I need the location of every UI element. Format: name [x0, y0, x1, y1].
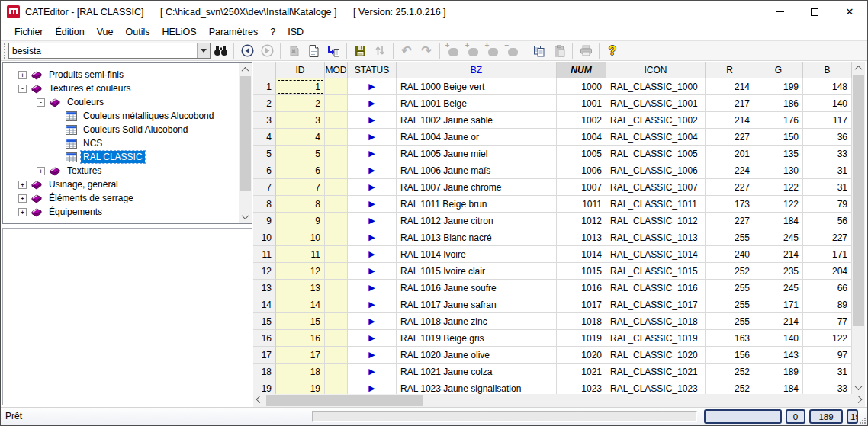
bz-cell[interactable]: RAL 1004 Jaune or: [397, 129, 557, 146]
expand-icon[interactable]: +: [18, 208, 27, 216]
b-cell[interactable]: 148: [803, 78, 852, 95]
b-cell[interactable]: 117: [803, 112, 852, 129]
g-cell[interactable]: 186: [754, 95, 803, 112]
b-cell[interactable]: 36: [803, 129, 852, 146]
bz-cell[interactable]: RAL 1012 Jaune citron: [397, 213, 557, 229]
tree-item-label[interactable]: Produits semi-finis: [47, 69, 126, 81]
r-cell[interactable]: 173: [706, 196, 754, 213]
tree-item-label[interactable]: Couleurs métalliques Alucobond: [81, 110, 216, 122]
icon-name-cell[interactable]: RAL_CLASSIC_1004: [606, 129, 706, 146]
status-cell[interactable]: ▶: [348, 146, 397, 162]
bz-cell[interactable]: RAL 1018 Jaune zinc: [397, 313, 557, 330]
tree-item-ral-classic[interactable]: RAL CLASSIC: [3, 150, 239, 164]
num-cell[interactable]: 1006: [557, 162, 606, 179]
column-header-id[interactable]: ID: [276, 62, 325, 78]
expand-icon[interactable]: +: [18, 194, 27, 203]
scroll-up-icon[interactable]: [239, 63, 252, 76]
status-cell[interactable]: ▶: [348, 229, 397, 246]
num-cell[interactable]: 1017: [557, 296, 606, 313]
tree-item-label[interactable]: RAL CLASSIC: [81, 151, 145, 163]
row-number-cell[interactable]: 14: [253, 296, 276, 313]
search-combobox[interactable]: besista: [8, 43, 211, 59]
id-cell[interactable]: 3: [276, 112, 325, 129]
icon-name-cell[interactable]: RAL_CLASSIC_1001: [606, 95, 706, 112]
mod-cell[interactable]: [325, 347, 348, 364]
b-cell[interactable]: 33: [803, 380, 852, 394]
mod-cell[interactable]: [325, 229, 348, 246]
bz-cell[interactable]: RAL 1007 Jaune chrome: [397, 179, 557, 196]
mod-cell[interactable]: [325, 213, 348, 229]
scroll-left-icon[interactable]: [253, 394, 266, 407]
b-cell[interactable]: 31: [803, 364, 852, 380]
collapse-icon[interactable]: -: [18, 85, 27, 93]
column-header-status[interactable]: STATUS: [348, 62, 397, 78]
mod-cell[interactable]: [325, 162, 348, 179]
tree-item--quipements[interactable]: +Équipements: [3, 205, 239, 219]
icon-name-cell[interactable]: RAL_CLASSIC_1015: [606, 263, 706, 280]
menu-item-paramtres[interactable]: Paramètres: [203, 24, 265, 40]
num-cell[interactable]: 1011: [557, 196, 606, 213]
tree-vertical-scrollbar[interactable]: [239, 63, 252, 223]
expand-icon[interactable]: +: [18, 181, 27, 189]
r-cell[interactable]: 227: [706, 179, 754, 196]
g-cell[interactable]: 171: [754, 296, 803, 313]
icon-name-cell[interactable]: RAL_CLASSIC_1013: [606, 229, 706, 246]
id-cell[interactable]: 16: [276, 330, 325, 347]
num-cell[interactable]: 1000: [557, 78, 606, 95]
g-cell[interactable]: 176: [754, 112, 803, 129]
expand-icon[interactable]: +: [37, 167, 45, 175]
r-cell[interactable]: 227: [706, 213, 754, 229]
row-number-cell[interactable]: 6: [253, 162, 276, 179]
menu-item-isd[interactable]: ISD: [281, 24, 310, 40]
bz-cell[interactable]: RAL 1006 Jaune maïs: [397, 162, 557, 179]
tree-item-label[interactable]: Textures: [65, 165, 104, 177]
save-button[interactable]: [351, 42, 369, 59]
mod-cell[interactable]: [325, 313, 348, 330]
tree-item-label[interactable]: Textures et couleurs: [47, 82, 133, 94]
r-cell[interactable]: 156: [706, 347, 754, 364]
b-cell[interactable]: 33: [803, 146, 852, 162]
id-cell[interactable]: 18: [276, 364, 325, 380]
tree-item-label[interactable]: Usinage, général: [47, 178, 121, 191]
bz-cell[interactable]: RAL 1021 Jaune colza: [397, 364, 557, 380]
row-number-cell[interactable]: 11: [253, 246, 276, 263]
tree-item-ncs[interactable]: NCS: [3, 136, 239, 150]
icon-name-cell[interactable]: RAL_CLASSIC_1016: [606, 280, 706, 296]
icon-name-cell[interactable]: RAL_CLASSIC_1006: [606, 162, 706, 179]
b-cell[interactable]: 97: [803, 347, 852, 364]
b-cell[interactable]: 122: [803, 330, 852, 347]
icon-name-cell[interactable]: RAL_CLASSIC_1002: [606, 112, 706, 129]
table-horizontal-scrollbar[interactable]: [253, 394, 865, 407]
icon-name-cell[interactable]: RAL_CLASSIC_1011: [606, 196, 706, 213]
bz-cell[interactable]: RAL 1016 Jaune soufre: [397, 280, 557, 296]
status-cell[interactable]: ▶: [348, 196, 397, 213]
menu-item-helios[interactable]: HELiOS: [156, 24, 202, 40]
back-button[interactable]: [238, 42, 256, 59]
row-number-cell[interactable]: 1: [253, 78, 276, 95]
g-cell[interactable]: 122: [754, 179, 803, 196]
menu-item-vue[interactable]: Vue: [91, 24, 120, 40]
id-cell[interactable]: 8: [276, 196, 325, 213]
bz-cell[interactable]: RAL 1011 Beige brun: [397, 196, 557, 213]
num-cell[interactable]: 1001: [557, 95, 606, 112]
tree-scrollbar-thumb[interactable]: [240, 76, 251, 191]
num-cell[interactable]: 1023: [557, 380, 606, 394]
b-cell[interactable]: 204: [803, 263, 852, 280]
column-header-g[interactable]: G: [754, 62, 803, 78]
r-cell[interactable]: 224: [706, 162, 754, 179]
row-number-cell[interactable]: 8: [253, 196, 276, 213]
expand-icon[interactable]: +: [18, 71, 27, 79]
column-header-bz[interactable]: BZ: [397, 62, 557, 78]
mod-cell[interactable]: [325, 364, 348, 380]
column-header-rownum[interactable]: [253, 62, 276, 78]
mod-cell[interactable]: [325, 280, 348, 296]
g-cell[interactable]: 245: [754, 229, 803, 246]
minimize-button[interactable]: [762, 1, 797, 23]
id-cell[interactable]: 12: [276, 263, 325, 280]
bz-cell[interactable]: RAL 1019 Beige gris: [397, 330, 557, 347]
b-cell[interactable]: 171: [803, 246, 852, 263]
g-cell[interactable]: 245: [754, 280, 803, 296]
status-cell[interactable]: ▶: [348, 78, 397, 95]
b-cell[interactable]: 56: [803, 213, 852, 229]
mod-cell[interactable]: [325, 246, 348, 263]
